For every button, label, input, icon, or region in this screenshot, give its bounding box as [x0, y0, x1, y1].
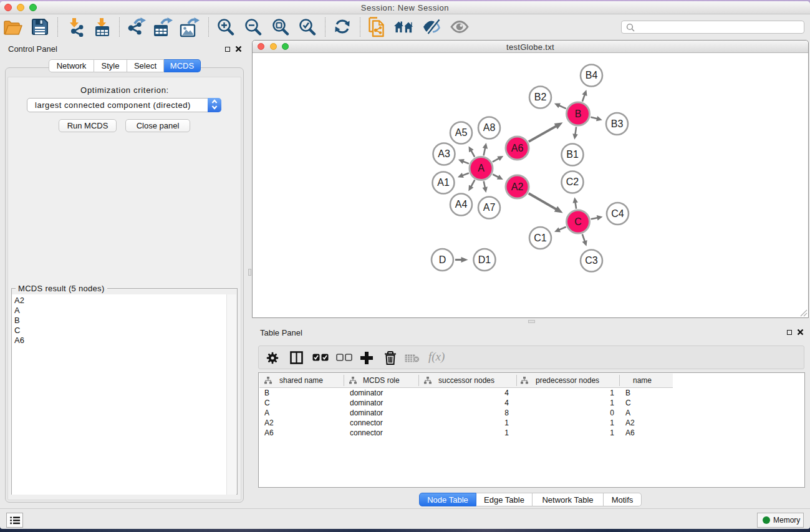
- svg-text:C3: C3: [585, 255, 598, 266]
- svg-text:B: B: [575, 109, 582, 119]
- svg-text:A7: A7: [483, 202, 496, 213]
- svg-text:D: D: [439, 254, 446, 265]
- svg-text:C1: C1: [534, 233, 547, 243]
- svg-text:C2: C2: [566, 177, 579, 187]
- svg-text:A2: A2: [511, 181, 524, 192]
- svg-text:A1: A1: [437, 177, 450, 188]
- svg-text:A: A: [478, 163, 485, 173]
- svg-text:C4: C4: [611, 208, 624, 219]
- svg-text:C: C: [574, 216, 582, 227]
- svg-text:B4: B4: [586, 70, 598, 80]
- svg-text:D1: D1: [478, 254, 491, 265]
- svg-text:A4: A4: [455, 199, 468, 210]
- svg-text:A5: A5: [455, 127, 468, 138]
- svg-text:A6: A6: [511, 143, 524, 153]
- svg-text:A3: A3: [438, 148, 450, 159]
- svg-text:B1: B1: [566, 149, 579, 160]
- svg-text:B2: B2: [534, 92, 547, 102]
- svg-text:A8: A8: [483, 122, 496, 133]
- svg-text:B3: B3: [611, 118, 624, 129]
